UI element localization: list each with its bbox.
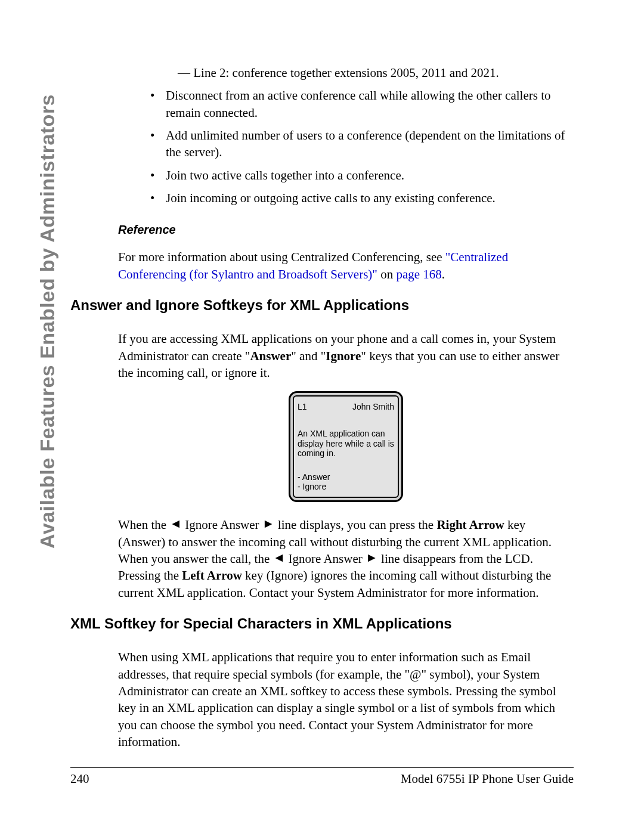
footer-rule — [70, 767, 574, 768]
text: Ignore Answer — [285, 552, 366, 566]
left-arrow-icon: ◄ — [169, 515, 182, 532]
text: Ignore Answer — [182, 518, 262, 532]
paragraph: If you are accessing XML applications on… — [118, 330, 574, 381]
paragraph: When using XML applications that require… — [118, 649, 574, 750]
list-item: Line 2: conference together extensions 2… — [178, 64, 574, 81]
list-item: Disconnect from an active conference cal… — [150, 87, 574, 121]
page-footer: 240 Model 6755i IP Phone User Guide — [70, 767, 574, 786]
section-heading: XML Softkey for Special Characters in XM… — [70, 614, 574, 633]
softkey-answer: - Answer — [298, 472, 394, 482]
text: When the — [118, 518, 169, 532]
left-arrow-icon: ◄ — [273, 549, 286, 566]
sub-list: Line 2: conference together extensions 2… — [178, 64, 574, 81]
phone-illustration: L1 John Smith An XML application can dis… — [118, 391, 574, 503]
screen-header: L1 John Smith — [298, 401, 394, 413]
right-arrow-icon: ► — [262, 515, 275, 532]
text-bold: Ignore — [326, 349, 361, 363]
text-bold: Left Arrow — [182, 568, 242, 583]
screen-message: An XML application can display here whil… — [298, 429, 394, 457]
list-item: Add unlimited number of users to a confe… — [150, 127, 574, 161]
text: . — [442, 267, 445, 281]
text: on — [377, 267, 397, 281]
screen-options: - Answer - Ignore — [298, 472, 394, 493]
right-arrow-icon: ► — [366, 549, 378, 566]
paragraph: When the ◄ Ignore Answer ► line displays… — [118, 516, 574, 601]
section-heading: Answer and Ignore Softkeys for XML Appli… — [70, 296, 574, 315]
feature-list: Disconnect from an active conference cal… — [150, 87, 574, 206]
document-title: Model 6755i IP Phone User Guide — [401, 772, 574, 786]
phone-bezel: L1 John Smith An XML application can dis… — [289, 391, 403, 503]
reference-paragraph: For more information about using Central… — [118, 249, 574, 283]
text: " and " — [291, 349, 326, 363]
phone-screen: L1 John Smith An XML application can dis… — [293, 395, 399, 498]
page-link[interactable]: page 168 — [396, 267, 441, 281]
text-bold: Answer — [250, 349, 291, 363]
softkey-ignore: - Ignore — [298, 482, 394, 492]
list-item: Join incoming or outgoing active calls t… — [150, 190, 574, 206]
text: For more information about using Central… — [118, 250, 445, 264]
reference-heading: Reference — [118, 222, 574, 238]
line-indicator: L1 — [298, 401, 307, 413]
page-body: Line 2: conference together extensions 2… — [118, 64, 574, 750]
list-item: Join two active calls together into a co… — [150, 167, 574, 184]
caller-name: John Smith — [352, 401, 394, 413]
document-page: Available Features Enabled by Administra… — [0, 0, 644, 833]
page-number: 240 — [70, 772, 89, 786]
text-bold: Right Arrow — [436, 518, 504, 532]
text: line displays, you can press the — [275, 518, 437, 532]
section-sidebar-label: Available Features Enabled by Administra… — [36, 94, 59, 549]
